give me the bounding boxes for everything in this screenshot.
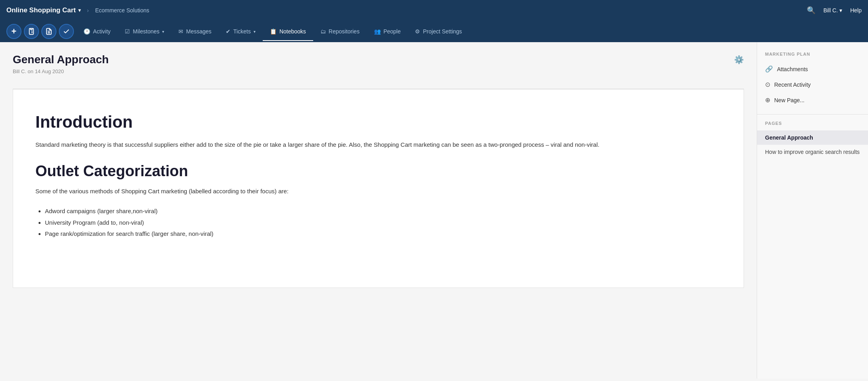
tab-messages[interactable]: ✉ Messages (171, 23, 219, 41)
attachments-icon: 🔗 (765, 65, 773, 73)
tab-tickets[interactable]: ✔ Tickets ▾ (219, 23, 263, 41)
top-nav-right: 🔍 Bill C. ▾ Help (807, 6, 862, 15)
search-icon[interactable]: 🔍 (807, 6, 816, 15)
icon-toolbar: + (4, 21, 76, 42)
list-item: Adword campaigns (larger share,non-viral… (45, 206, 721, 217)
plus-button[interactable]: + (6, 24, 21, 39)
document-button[interactable] (41, 24, 56, 39)
sidebar: MARKETING PLAN 🔗 Attachments ⊙ Recent Ac… (757, 42, 868, 379)
messages-icon: ✉ (178, 28, 183, 35)
top-nav: Online Shopping Cart ▾ › Ecommerce Solut… (0, 0, 868, 21)
tab-activity[interactable]: 🕐 Activity (76, 23, 118, 41)
milestones-caret: ▾ (162, 29, 164, 34)
list-item: University Program (add to, non-viral) (45, 217, 721, 229)
tab-project-settings[interactable]: ⚙ Project Settings (408, 23, 469, 41)
outlet-list: Adword campaigns (larger share,non-viral… (35, 206, 721, 240)
help-link[interactable]: Help (850, 7, 862, 14)
breadcrumb-separator: › (87, 7, 89, 14)
repositories-icon: 🗂 (320, 28, 326, 35)
user-name: Bill C. (823, 7, 838, 14)
tab-repositories[interactable]: 🗂 Repositories (313, 23, 367, 41)
page-title: General Approach (13, 53, 109, 66)
sidebar-item-new-page[interactable]: ⊕ New Page... (757, 92, 868, 108)
project-title[interactable]: Online Shopping Cart ▾ (6, 6, 81, 14)
project-title-caret: ▾ (78, 8, 81, 13)
people-icon: 👥 (374, 28, 381, 35)
tab-milestones[interactable]: ☑ Milestones ▾ (118, 23, 171, 41)
notebook-content: Introduction Standard marketing theory i… (13, 89, 744, 288)
attachments-label: Attachments (777, 66, 808, 72)
new-page-icon: ⊕ (765, 96, 770, 104)
outlet-text: Some of the various methods of Shopping … (35, 186, 721, 196)
sidebar-item-attachments[interactable]: 🔗 Attachments (757, 61, 868, 77)
pages-label: PAGES (757, 121, 868, 130)
outlet-heading: Outlet Categorization (35, 163, 721, 180)
page-meta: Bill C. on 14 Aug 2020 (13, 68, 109, 74)
tab-notebooks[interactable]: 📋 Notebooks (263, 23, 313, 41)
activity-icon: 🕐 (83, 28, 90, 35)
general-approach-page-label: General Approach (765, 134, 813, 141)
checkmark-button[interactable] (59, 24, 74, 39)
clipboard-button[interactable] (24, 24, 39, 39)
recent-activity-icon: ⊙ (765, 81, 770, 88)
marketing-plan-label: MARKETING PLAN (757, 52, 868, 61)
sidebar-page-organic-search[interactable]: How to improve organic search results (757, 145, 868, 159)
intro-heading: Introduction (35, 113, 721, 132)
intro-text: Standard marketing theory is that succes… (35, 140, 721, 150)
sidebar-divider (757, 114, 868, 115)
tickets-icon: ✔ (226, 28, 231, 35)
notebooks-icon: 📋 (270, 28, 277, 35)
tab-nav: 🕐 Activity ☑ Milestones ▾ ✉ Messages ✔ T… (76, 23, 864, 40)
project-settings-icon: ⚙ (415, 28, 420, 35)
breadcrumb-label: Ecommerce Solutions (95, 7, 149, 14)
sidebar-item-recent-activity[interactable]: ⊙ Recent Activity (757, 77, 868, 92)
recent-activity-label: Recent Activity (774, 82, 811, 88)
page-header: General Approach Bill C. on 14 Aug 2020 … (13, 53, 744, 89)
user-menu[interactable]: Bill C. ▾ (823, 7, 843, 14)
content-area: General Approach Bill C. on 14 Aug 2020 … (0, 42, 757, 379)
tickets-caret: ▾ (254, 29, 256, 34)
page-settings-gear[interactable]: ⚙️ (734, 55, 744, 64)
main-layout: General Approach Bill C. on 14 Aug 2020 … (0, 42, 868, 379)
tab-people[interactable]: 👥 People (367, 23, 408, 41)
new-page-label: New Page... (774, 97, 804, 103)
top-nav-left: Online Shopping Cart ▾ › Ecommerce Solut… (6, 6, 807, 14)
svg-rect-0 (31, 29, 33, 30)
sidebar-page-general-approach[interactable]: General Approach (757, 130, 868, 145)
milestones-icon: ☑ (125, 28, 130, 35)
user-caret: ▾ (839, 7, 842, 14)
organic-search-page-label: How to improve organic search results (765, 149, 860, 155)
list-item: Page rank/optimization for search traffi… (45, 228, 721, 240)
project-title-text: Online Shopping Cart (6, 6, 76, 14)
page-header-left: General Approach Bill C. on 14 Aug 2020 (13, 53, 109, 82)
